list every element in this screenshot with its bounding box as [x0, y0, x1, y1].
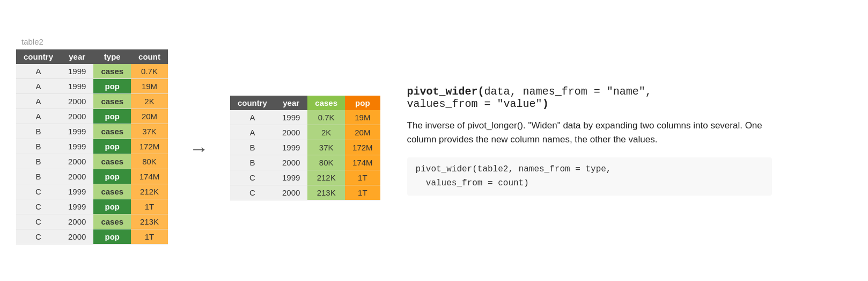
table-row: B 1999 cases 37K — [16, 124, 168, 139]
cell-year: 1999 — [275, 110, 307, 125]
cell-type-pop: pop — [93, 109, 131, 124]
col-header-country: country — [16, 49, 61, 64]
table-wide: country year cases pop A 1999 0.7K 19M A… — [230, 96, 380, 200]
description-body: The inverse of pivot_longer(). "Widen" d… — [407, 119, 772, 147]
table-row: B 2000 cases 80K — [16, 154, 168, 169]
cell-year: 1999 — [61, 124, 93, 139]
cell-year: 2000 — [61, 214, 93, 229]
cell-country: A — [16, 109, 61, 124]
cell-country: C — [16, 229, 61, 244]
cell-count: 0.7K — [131, 64, 168, 79]
cell-type-cases: cases — [93, 214, 131, 229]
cell-country: C — [16, 184, 61, 199]
function-name: pivot_wider( — [407, 85, 484, 98]
cell-type-cases: cases — [93, 64, 131, 79]
cell-type-pop: pop — [93, 169, 131, 184]
cell-country: A — [16, 93, 61, 109]
table-row: C 2000 cases 213K — [16, 214, 168, 229]
cell-type-pop: pop — [93, 139, 131, 154]
cell-count: 1T — [131, 199, 168, 214]
cell-year: 1999 — [61, 64, 93, 79]
cell-type-pop: pop — [93, 199, 131, 214]
cell-country: B — [230, 140, 275, 155]
main-container: table2 country year type count A 1999 ca… — [16, 37, 772, 244]
cell-count: 2K — [131, 93, 168, 109]
cell-year: 1999 — [61, 199, 93, 214]
cell-country: A — [230, 110, 275, 125]
table-row: A 2000 cases 2K — [16, 93, 168, 109]
cell-year: 1999 — [275, 140, 307, 155]
cell-country: C — [16, 214, 61, 229]
table-row: A 2000 2K 20M — [230, 125, 380, 140]
cell-year: 2000 — [61, 154, 93, 169]
cell-type-cases: cases — [93, 124, 131, 139]
table-row: C 1999 cases 212K — [16, 184, 168, 199]
table-row: A 1999 0.7K 19M — [230, 110, 380, 125]
cell-count: 212K — [131, 184, 168, 199]
cell-pop: 174M — [345, 155, 380, 170]
cell-count: 80K — [131, 154, 168, 169]
col-header-year: year — [61, 49, 93, 64]
cell-type-cases: cases — [93, 184, 131, 199]
cell-year: 2000 — [275, 185, 307, 200]
cell-country: B — [16, 169, 61, 184]
wide-col-header-pop: pop — [345, 96, 380, 110]
cell-year: 2000 — [61, 169, 93, 184]
table2-label: table2 — [21, 37, 43, 46]
wide-col-header-year: year — [275, 96, 307, 110]
cell-country: B — [230, 155, 275, 170]
transform-arrow: → — [189, 138, 209, 160]
table-row: C 2000 pop 1T — [16, 229, 168, 244]
table-row: A 2000 pop 20M — [16, 109, 168, 124]
cell-year: 2000 — [61, 229, 93, 244]
col-header-type: type — [93, 49, 131, 64]
cell-country: C — [230, 185, 275, 200]
cell-count: 1T — [131, 229, 168, 244]
cell-type-cases: cases — [93, 154, 131, 169]
cell-year: 2000 — [61, 93, 93, 109]
description-section: pivot_wider(data, names_from = "name",va… — [407, 85, 772, 196]
table-wide-section: country year cases pop A 1999 0.7K 19M A… — [230, 81, 380, 200]
table-row: A 1999 pop 19M — [16, 78, 168, 93]
cell-count: 37K — [131, 124, 168, 139]
cell-pop: 172M — [345, 140, 380, 155]
table2: country year type count A 1999 cases 0.7… — [16, 49, 168, 244]
cell-year: 1999 — [275, 170, 307, 185]
cell-type-cases: cases — [93, 93, 131, 109]
cell-type-pop: pop — [93, 78, 131, 93]
cell-country: B — [16, 139, 61, 154]
cell-country: A — [230, 125, 275, 140]
cell-pop: 19M — [345, 110, 380, 125]
cell-year: 2000 — [275, 155, 307, 170]
code-example: pivot_wider(table2, names_from = type, v… — [407, 157, 772, 196]
cell-cases: 213K — [307, 185, 345, 200]
cell-country: B — [16, 154, 61, 169]
table-row: B 2000 pop 174M — [16, 169, 168, 184]
cell-country: C — [16, 199, 61, 214]
cell-year: 1999 — [61, 139, 93, 154]
table-row: B 2000 80K 174M — [230, 155, 380, 170]
cell-year: 1999 — [61, 78, 93, 93]
table-row: B 1999 37K 172M — [230, 140, 380, 155]
cell-cases: 37K — [307, 140, 345, 155]
cell-cases: 212K — [307, 170, 345, 185]
cell-country: B — [16, 124, 61, 139]
table-row: B 1999 pop 172M — [16, 139, 168, 154]
cell-count: 19M — [131, 78, 168, 93]
col-header-count: count — [131, 49, 168, 64]
cell-count: 174M — [131, 169, 168, 184]
cell-pop: 20M — [345, 125, 380, 140]
cell-country: A — [16, 64, 61, 79]
cell-year: 2000 — [61, 109, 93, 124]
cell-count: 20M — [131, 109, 168, 124]
cell-pop: 1T — [345, 185, 380, 200]
table-row: A 1999 cases 0.7K — [16, 64, 168, 79]
table2-section: table2 country year type count A 1999 ca… — [16, 37, 168, 244]
cell-cases: 0.7K — [307, 110, 345, 125]
cell-cases: 80K — [307, 155, 345, 170]
wide-col-header-cases: cases — [307, 96, 345, 110]
wide-col-header-country: country — [230, 96, 275, 110]
cell-type-pop: pop — [93, 229, 131, 244]
function-signature: pivot_wider(data, names_from = "name",va… — [407, 85, 772, 110]
cell-year: 1999 — [61, 184, 93, 199]
